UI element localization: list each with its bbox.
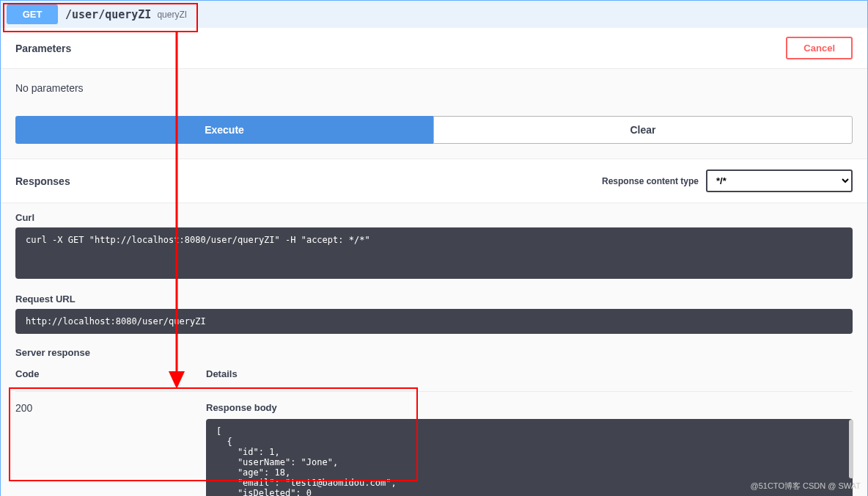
parameters-title: Parameters [15,43,71,54]
scrollbar-thumb[interactable] [849,420,853,478]
endpoint-path: /user/queryZI [65,8,151,21]
execute-bar: Execute Clear [1,116,867,158]
details-column-header: Details [206,361,853,392]
responses-header: Responses Response content type */* [1,158,867,203]
no-parameters-text: No parameters [1,69,867,116]
response-body-label: Response body [206,392,853,419]
api-operation-panel: GET /user/queryZI queryZI Parameters Can… [0,0,868,496]
clear-button[interactable]: Clear [433,116,853,144]
response-details-column: Details Response body [ { "id": 1, "user… [206,361,853,496]
request-url-value[interactable]: http://localhost:8080/user/queryZI [15,309,853,334]
response-body-content[interactable]: [ { "id": 1, "userName": "Jone", "age": … [206,419,853,496]
curl-section: Curl curl -X GET "http://localhost:8080/… [1,203,867,285]
content-type-label: Response content type [602,176,699,186]
curl-label: Curl [15,212,853,223]
http-method-badge: GET [7,4,58,24]
response-table: Code 200 Details Response body [ { "id":… [1,361,867,496]
execute-button[interactable]: Execute [15,116,433,144]
responses-title: Responses [15,175,70,187]
operation-summary-row[interactable]: GET /user/queryZI queryZI [1,1,867,28]
parameters-header: Parameters Cancel [1,28,867,69]
curl-command-block[interactable]: curl -X GET "http://localhost:8080/user/… [15,227,853,279]
server-response-label: Server response [1,340,867,361]
content-type-group: Response content type */* [602,169,853,192]
code-column-header: Code [15,361,206,392]
content-type-select[interactable]: */* [706,169,853,192]
request-url-label: Request URL [15,293,853,304]
endpoint-description: queryZI [157,10,187,20]
response-code-column: Code 200 [15,361,206,496]
status-code-value: 200 [15,392,206,424]
operation-body: Parameters Cancel No parameters Execute … [1,28,867,496]
request-url-section: Request URL http://localhost:8080/user/q… [1,285,867,340]
cancel-button[interactable]: Cancel [786,37,853,59]
